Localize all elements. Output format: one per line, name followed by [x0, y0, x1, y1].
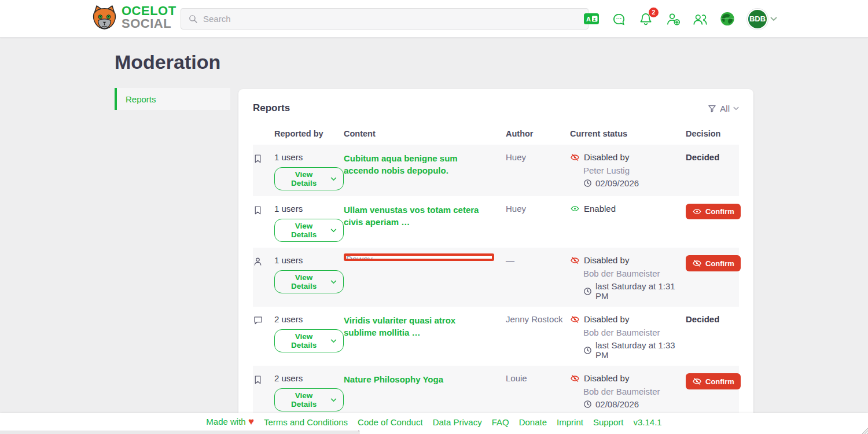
target-highlight-box: Dewey	[344, 253, 494, 261]
search-input[interactable]	[203, 14, 581, 24]
clock-icon	[583, 346, 592, 355]
made-with-label: Made with ♥	[206, 416, 254, 428]
reporter-count: 2 users	[274, 373, 344, 383]
chevron-down-icon	[330, 177, 337, 181]
column-header: Reported by	[274, 129, 344, 138]
status-label: Disabled by	[584, 314, 629, 324]
sidebar-item-reports[interactable]: Reports	[115, 88, 230, 110]
confirm-button[interactable]: Confirm	[686, 373, 741, 389]
funnel-icon	[708, 104, 716, 113]
bookmark-icon	[253, 204, 274, 215]
group-icon[interactable]	[693, 12, 708, 27]
svg-text:A: A	[586, 16, 591, 23]
globe-icon[interactable]	[720, 12, 735, 27]
status-moderator: Bob der Baumeister	[583, 328, 686, 337]
footer-link[interactable]: Support	[593, 417, 624, 427]
footer-link[interactable]: Data Privacy	[433, 417, 482, 427]
status-eye-icon	[570, 315, 580, 324]
view-details-button[interactable]: View Details	[274, 329, 344, 352]
chevron-down-icon	[330, 398, 337, 402]
reported-by-cell: 2 users View Details	[274, 314, 344, 352]
status-date: last Saturday at 1:33 PM	[583, 340, 686, 360]
comment-icon	[253, 314, 274, 325]
author-cell: —	[506, 255, 570, 265]
ocelot-logo-icon	[91, 5, 118, 30]
reporter-count: 1 users	[274, 255, 344, 265]
reported-by-cell: 2 users View Details	[274, 373, 344, 411]
translate-icon[interactable]: A z	[584, 12, 599, 27]
status-eye-icon	[570, 204, 580, 213]
footer-link[interactable]: FAQ	[492, 417, 509, 427]
bell-icon[interactable]: 2	[638, 12, 653, 27]
eye-off-icon	[692, 259, 702, 268]
footer-link[interactable]: Imprint	[557, 417, 583, 427]
bookmark-icon	[253, 152, 274, 164]
eye-off-icon	[692, 377, 702, 386]
view-details-button[interactable]: View Details	[274, 270, 344, 293]
status-moderator: Bob der Baumeister	[583, 269, 686, 278]
status-date: 02/08/2026	[583, 399, 686, 409]
logo[interactable]: OCELOT SOCIAL	[91, 5, 176, 30]
table-row: 1 users View Details Dewey — Disabled by…	[253, 248, 739, 307]
person-add-icon[interactable]	[665, 12, 681, 27]
confirm-button[interactable]: Confirm	[686, 204, 741, 219]
reported-by-cell: 1 users View Details	[274, 204, 344, 242]
resize-grip-icon[interactable]	[860, 426, 868, 434]
clock-icon	[583, 179, 592, 187]
content-text[interactable]: Dewey	[346, 255, 492, 261]
footer-link[interactable]: Code of Conduct	[358, 417, 423, 427]
status-cell: Disabled by Peter Lustig 02/09/2026	[570, 152, 686, 188]
column-header: Content	[344, 129, 506, 138]
avatar-menu[interactable]: BDB	[747, 9, 777, 30]
status-moderator: Peter Lustig	[583, 165, 686, 175]
clock-icon	[583, 287, 592, 296]
chevron-down-icon	[330, 339, 337, 343]
chevron-down-icon	[330, 229, 337, 233]
version-label: v3.14.1	[633, 417, 661, 427]
status-eye-icon	[570, 153, 580, 162]
avatar[interactable]: BDB	[747, 9, 768, 30]
table-body: 1 users View Details Cubitum aqua benign…	[253, 145, 739, 434]
chat-icon[interactable]	[611, 12, 626, 27]
content-cell: Cubitum aqua benigne sum accendo nobis d…	[344, 152, 506, 176]
bottom-strip-right	[360, 431, 868, 434]
author-cell: Huey	[506, 152, 570, 162]
confirm-button[interactable]: Confirm	[686, 255, 741, 271]
content-cell: Viridis vulariter quasi atrox sublime mo…	[344, 314, 506, 339]
column-header: Current status	[570, 129, 686, 138]
content-link[interactable]: Cubitum aqua benigne sum accendo nobis d…	[344, 153, 458, 175]
view-details-button[interactable]: View Details	[274, 388, 344, 411]
filter-dropdown[interactable]: All	[708, 104, 739, 113]
bookmark-icon	[253, 373, 274, 385]
author-cell: Louie	[506, 373, 570, 383]
column-header: Author	[506, 129, 570, 138]
content-cell: Dewey	[344, 255, 506, 261]
content-link[interactable]: Nature Philosophy Yoga	[344, 374, 443, 384]
decided-label: Decided	[686, 152, 719, 162]
top-navigation: OCELOT SOCIAL A z	[0, 0, 868, 38]
footer-link[interactable]: Donate	[519, 417, 547, 427]
status-date: last Saturday at 1:31 PM	[583, 281, 686, 301]
view-details-button[interactable]: View Details	[274, 167, 344, 190]
content-link[interactable]: Viridis vulariter quasi atrox sublime mo…	[344, 315, 455, 337]
view-details-label: View Details	[281, 170, 326, 187]
status-eye-icon	[570, 374, 580, 383]
reported-by-cell: 1 users View Details	[274, 255, 344, 293]
decided-label: Decided	[686, 314, 719, 324]
status-label: Disabled by	[584, 373, 629, 383]
decision-cell: Confirm	[686, 255, 741, 271]
panel-title: Reports	[253, 102, 290, 114]
status-label: Disabled by	[584, 255, 629, 265]
status-cell: Disabled by Bob der Baumeister last Satu…	[570, 255, 686, 301]
view-details-button[interactable]: View Details	[274, 219, 344, 242]
table-row: 1 users View Details Ullam venustas vos …	[253, 196, 739, 248]
reporter-count: 1 users	[274, 204, 344, 214]
author-cell: Jenny Rostock	[506, 314, 570, 324]
decision-cell: Confirm	[686, 204, 741, 219]
content-link[interactable]: Ullam venustas vos totam cetera civis ap…	[344, 205, 479, 227]
chevron-down-icon	[330, 280, 337, 284]
chevron-down-icon	[770, 17, 777, 21]
view-details-label: View Details	[281, 273, 326, 290]
footer-link[interactable]: Terms and Conditions	[264, 417, 348, 427]
search-bar[interactable]	[181, 8, 589, 30]
